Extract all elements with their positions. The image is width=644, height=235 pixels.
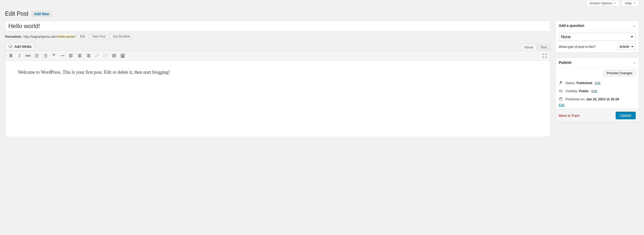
get-shortlink-button[interactable]: Get Shortlink bbox=[110, 34, 133, 39]
svg-rect-11 bbox=[45, 57, 47, 57]
svg-rect-37 bbox=[121, 57, 124, 58]
tab-text[interactable]: Text bbox=[537, 44, 550, 51]
add-question-box: Add a question ▲ None What type of post … bbox=[555, 21, 639, 53]
visibility-value: Public bbox=[579, 89, 589, 93]
svg-rect-29 bbox=[115, 56, 116, 56]
add-new-button[interactable]: Add New bbox=[31, 11, 52, 17]
post-type-select[interactable]: Article bbox=[617, 43, 636, 50]
publish-title: Publish bbox=[559, 61, 572, 65]
strikethrough-button[interactable]: ABC bbox=[24, 52, 32, 60]
permalink-label: Permalink: bbox=[5, 35, 22, 38]
fullscreen-button[interactable] bbox=[541, 52, 549, 60]
svg-rect-17 bbox=[78, 54, 81, 55]
unlink-button[interactable] bbox=[101, 52, 110, 60]
eye-icon bbox=[559, 89, 563, 93]
svg-text:3: 3 bbox=[43, 56, 44, 58]
status-value: Published bbox=[576, 81, 592, 85]
published-value: Jan 22, 2013 @ 20:29 bbox=[586, 97, 619, 101]
permalink-trail: / bbox=[75, 35, 76, 38]
svg-rect-13 bbox=[69, 54, 73, 55]
svg-rect-36 bbox=[124, 55, 125, 56]
blockquote-button[interactable]: “ bbox=[50, 52, 58, 60]
toggle-panel-icon[interactable]: ▲ bbox=[633, 61, 636, 64]
svg-rect-1 bbox=[36, 54, 38, 55]
svg-rect-26 bbox=[112, 55, 116, 55]
hr-button[interactable] bbox=[58, 52, 67, 60]
add-media-label: Add Media bbox=[14, 45, 31, 49]
svg-text:1: 1 bbox=[43, 54, 44, 55]
svg-rect-32 bbox=[122, 54, 123, 55]
permalink-base: http://vagrantpress.dev/ bbox=[23, 35, 58, 38]
help-button[interactable]: Help ▼ bbox=[621, 0, 639, 6]
post-type-hint: What type of post is this? bbox=[559, 45, 595, 49]
update-button[interactable]: Update bbox=[616, 112, 636, 119]
edit-date-link[interactable]: Edit bbox=[559, 103, 564, 107]
align-right-button[interactable] bbox=[84, 52, 92, 60]
svg-point-0 bbox=[35, 54, 35, 55]
published-label: Published on: bbox=[565, 97, 585, 101]
svg-rect-30 bbox=[112, 57, 116, 57]
bold-button[interactable]: B bbox=[7, 52, 15, 60]
svg-rect-35 bbox=[122, 55, 123, 56]
svg-rect-33 bbox=[124, 54, 125, 55]
svg-rect-7 bbox=[45, 54, 47, 55]
bullet-list-button[interactable] bbox=[33, 52, 41, 60]
svg-rect-12 bbox=[61, 55, 64, 56]
align-center-button[interactable] bbox=[76, 52, 84, 60]
calendar-icon bbox=[559, 97, 563, 101]
svg-rect-34 bbox=[121, 55, 122, 56]
svg-rect-21 bbox=[87, 54, 90, 55]
svg-rect-3 bbox=[36, 55, 38, 56]
move-to-trash-link[interactable]: Move to Trash bbox=[559, 114, 579, 118]
editor-toolbar: B I ABC 123 “ bbox=[5, 51, 550, 61]
toolbar-toggle-button[interactable] bbox=[119, 52, 127, 60]
svg-rect-18 bbox=[79, 55, 81, 55]
page-title: Edit Post bbox=[5, 10, 28, 17]
key-icon bbox=[559, 81, 563, 85]
svg-rect-5 bbox=[36, 57, 38, 57]
preview-changes-button[interactable]: Preview Changes bbox=[603, 70, 636, 76]
permalink-edit-button[interactable]: Edit bbox=[77, 34, 88, 39]
post-title-input[interactable] bbox=[5, 21, 550, 31]
visibility-label: Visibility: bbox=[565, 89, 578, 93]
insert-more-button[interactable] bbox=[110, 52, 118, 60]
help-label: Help bbox=[625, 1, 632, 5]
svg-rect-28 bbox=[114, 56, 115, 56]
screen-options-label: Screen Options bbox=[590, 1, 612, 5]
edit-status-link[interactable]: Edit bbox=[595, 81, 600, 85]
svg-rect-14 bbox=[69, 55, 72, 55]
media-icon bbox=[8, 44, 13, 49]
add-question-title: Add a question bbox=[559, 24, 584, 28]
edit-visibility-link[interactable]: Edit bbox=[591, 89, 597, 93]
toggle-panel-icon[interactable]: ▲ bbox=[633, 24, 636, 27]
status-label: Status: bbox=[565, 81, 575, 85]
publish-box: Publish ▲ Preview Changes Status: Publis… bbox=[555, 58, 639, 122]
svg-rect-20 bbox=[79, 57, 81, 57]
svg-rect-27 bbox=[112, 56, 113, 56]
italic-button[interactable]: I bbox=[15, 52, 24, 60]
svg-rect-9 bbox=[45, 55, 47, 56]
tab-visual[interactable]: Visual bbox=[520, 44, 537, 51]
svg-rect-24 bbox=[88, 57, 90, 57]
svg-rect-22 bbox=[88, 55, 90, 55]
svg-rect-15 bbox=[69, 56, 73, 56]
post-content-editor[interactable]: Welcome to WordPress. This is your first… bbox=[5, 61, 550, 137]
numbered-list-button[interactable]: 123 bbox=[41, 52, 49, 60]
svg-rect-25 bbox=[112, 54, 116, 55]
add-media-button[interactable]: Add Media bbox=[5, 43, 35, 51]
align-left-button[interactable] bbox=[67, 52, 75, 60]
chevron-down-icon: ▼ bbox=[614, 2, 616, 5]
content-paragraph: Welcome to WordPress. This is your first… bbox=[18, 68, 538, 76]
svg-rect-16 bbox=[69, 57, 72, 57]
chevron-down-icon: ▼ bbox=[633, 2, 636, 5]
screen-options-button[interactable]: Screen Options ▼ bbox=[586, 0, 620, 6]
svg-text:2: 2 bbox=[43, 55, 44, 56]
svg-point-4 bbox=[35, 57, 35, 57]
svg-point-2 bbox=[35, 55, 35, 56]
svg-rect-19 bbox=[78, 56, 81, 56]
view-post-button[interactable]: View Post bbox=[90, 34, 109, 39]
question-select[interactable]: None bbox=[559, 33, 636, 41]
link-button[interactable] bbox=[93, 52, 101, 60]
svg-rect-31 bbox=[121, 54, 122, 55]
permalink-slug: hello-world bbox=[58, 35, 75, 38]
